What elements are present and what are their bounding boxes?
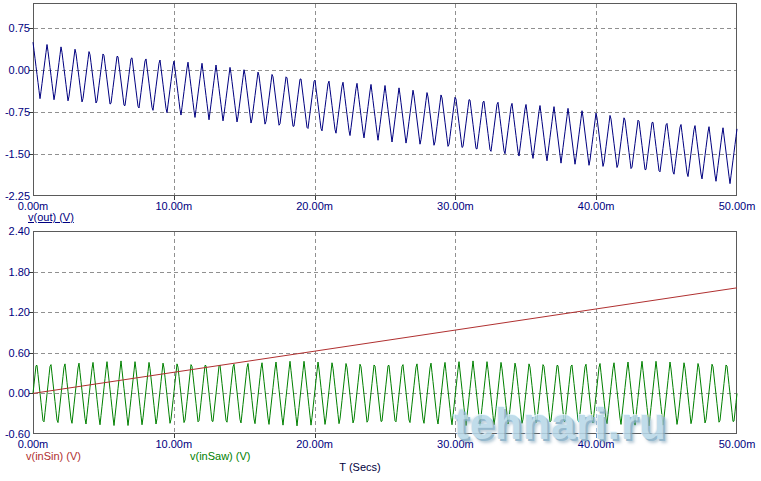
x-tick-label: 20.00m	[289, 200, 341, 212]
inputs-plot	[27, 231, 739, 440]
transient-analysis-plot-window: v(out) (V) v(inSin) (V) v(inSaw) (V) T (…	[0, 0, 761, 481]
y-tick-label: 2.40	[0, 225, 30, 237]
x-tick-label: 10.00m	[148, 438, 200, 450]
y-tick-label: 0.00	[0, 64, 30, 76]
legend-v-out[interactable]: v(out) (V)	[28, 211, 74, 223]
legend-v-insin[interactable]: v(inSin) (V)	[26, 450, 81, 462]
x-tick-label: 40.00m	[570, 438, 622, 450]
x-tick-label: 0.00m	[7, 200, 59, 212]
x-tick-label: 50.00m	[711, 200, 761, 212]
x-tick-label: 30.00m	[429, 200, 481, 212]
y-tick-label: -1.50	[0, 148, 30, 160]
x-tick-label: 10.00m	[148, 200, 200, 212]
y-tick-label: 0.60	[0, 347, 30, 359]
x-tick-label: 40.00m	[570, 200, 622, 212]
series-line-v-insin-v-	[33, 288, 737, 394]
legend-v-insaw[interactable]: v(inSaw) (V)	[190, 450, 251, 462]
series-line-v-insaw-v-	[33, 361, 737, 426]
y-tick-label: 1.20	[0, 306, 30, 318]
output-plot	[27, 3, 739, 202]
x-tick-label: 0.00m	[7, 438, 59, 450]
x-tick-label: 50.00m	[711, 438, 761, 450]
y-tick-label: -0.75	[0, 106, 30, 118]
y-tick-label: 0.00	[0, 387, 30, 399]
y-tick-label: 1.80	[0, 266, 30, 278]
x-tick-label: 20.00m	[289, 438, 341, 450]
y-tick-label: 0.75	[0, 22, 30, 34]
x-tick-label: 30.00m	[429, 438, 481, 450]
x-axis-title: T (Secs)	[300, 461, 420, 473]
